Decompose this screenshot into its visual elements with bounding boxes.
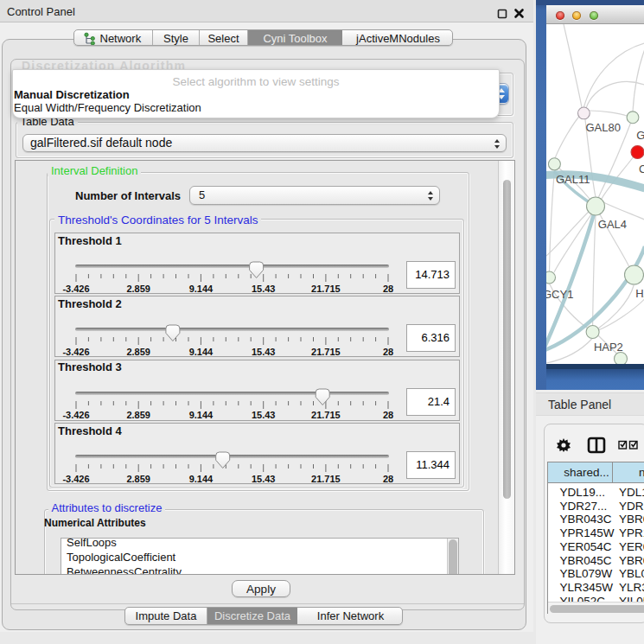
svg-text:GAL4: GAL4 (597, 218, 626, 231)
svg-text:HAP2: HAP2 (593, 341, 622, 354)
svg-text:GAL2: GAL2 (636, 129, 644, 142)
svg-text:GCY1: GCY1 (546, 288, 573, 301)
svg-text:GAL80: GAL80 (585, 121, 620, 134)
svg-text:CYB: CYB (639, 163, 644, 175)
svg-text:GAL11: GAL11 (555, 173, 590, 186)
svg-text:HAP: HAP (635, 287, 644, 300)
